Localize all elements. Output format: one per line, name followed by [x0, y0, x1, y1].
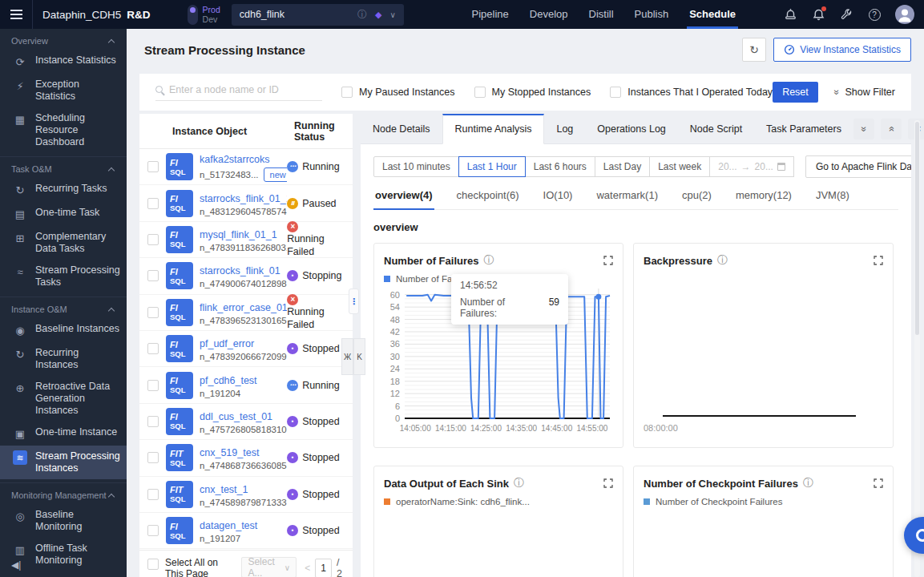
instance-name-link[interactable]: starrocks_flink_01_1	[200, 193, 287, 204]
time-last-1-hour[interactable]: Last 1 Hour	[458, 156, 526, 177]
tab-task-parameters[interactable]: Task Parameters	[754, 114, 853, 143]
batch-action-select[interactable]: Select A... ∨	[241, 557, 297, 577]
collapse-right-handle[interactable]: K	[353, 338, 365, 375]
row-checkbox[interactable]	[147, 270, 159, 281]
sidebar-item-recurring-tasks[interactable]: ↻ Recurring Tasks	[0, 178, 127, 202]
table-row[interactable]: FlSQL pf_udf_error n_478392066672099... …	[139, 331, 353, 367]
metric-tab-overview[interactable]: overview(4)	[373, 189, 434, 209]
nav-publish[interactable]: Publish	[624, 0, 680, 29]
checkbox[interactable]	[610, 87, 621, 98]
row-checkbox[interactable]	[147, 343, 159, 354]
nav-develop[interactable]: Develop	[519, 0, 579, 29]
sidebar-item-instance-statistics[interactable]: ⟳ Instance Statistics	[0, 50, 127, 74]
sidebar-item-one-time-instance[interactable]: ▣ One-time Instance	[0, 422, 127, 446]
instance-name-link[interactable]: pf_udf_error	[200, 338, 254, 349]
filter-my-paused-instances[interactable]: My Paused Instances	[341, 87, 455, 98]
sidebar-collapse-icon[interactable]: ◀|	[11, 559, 21, 571]
collapse-left-handle[interactable]: Ж	[341, 338, 353, 375]
sidebar-item-stream-processing-tasks[interactable]: ≈ Stream Processing Tasks	[0, 260, 127, 293]
instance-name-link[interactable]: ddl_cus_test_01	[200, 411, 272, 422]
instance-name-link[interactable]: starrocks_flink_01	[200, 265, 280, 276]
instance-name-link[interactable]: datagen_test	[200, 520, 257, 531]
search-input[interactable]	[169, 84, 322, 95]
expand-panel-up-button[interactable]: »	[881, 119, 902, 139]
project-selector[interactable]: cdh6_flink ⓘ ◆ ∨	[232, 4, 404, 26]
expand-chart-icon[interactable]	[603, 478, 613, 488]
panel-resize-handle[interactable]: ⋮	[349, 288, 359, 314]
table-row[interactable]: FlSQL datagen_test n_191207 Stopped	[139, 513, 353, 549]
detail-scrollbar[interactable]	[914, 120, 920, 577]
expand-chart-icon[interactable]	[874, 478, 883, 488]
metric-tab-memory[interactable]: memory(12)	[734, 189, 793, 209]
project-info-icon[interactable]: ⓘ	[357, 8, 367, 22]
tab-runtime-analysis[interactable]: Runtime Analysis	[442, 114, 545, 144]
metric-tab-io[interactable]: IO(10)	[542, 189, 575, 209]
row-checkbox[interactable]	[147, 489, 159, 500]
expand-chart-icon[interactable]	[874, 256, 883, 265]
nav-schedule[interactable]: Schedule	[679, 0, 746, 29]
select-all-checkbox[interactable]	[147, 559, 159, 570]
row-checkbox[interactable]	[147, 234, 159, 245]
filter-instances-operated-today[interactable]: Instances That I Operated Today	[610, 87, 773, 98]
row-checkbox[interactable]	[147, 307, 159, 318]
prev-page-icon[interactable]: <	[305, 563, 310, 574]
tab-log[interactable]: Log	[544, 114, 585, 143]
info-icon[interactable]: ⓘ	[514, 476, 524, 490]
metric-tab-cpu[interactable]: cpu(2)	[680, 189, 713, 209]
date-range-picker[interactable]: 20... → 20...	[709, 156, 794, 177]
help-question-icon[interactable]: ?	[867, 7, 882, 22]
metric-tab-checkpoint[interactable]: checkpoint(6)	[455, 189, 521, 209]
project-chevron-down-icon[interactable]: ∨	[389, 10, 395, 19]
sidebar-item-recurring-instances[interactable]: ↻ Recurring Instances	[0, 342, 127, 376]
sidebar-section-header-monitoring[interactable]: Monitoring Management	[0, 483, 127, 504]
row-checkbox[interactable]	[147, 161, 159, 172]
nav-distill[interactable]: Distill	[579, 0, 624, 29]
row-checkbox[interactable]	[147, 452, 159, 463]
metric-tab-jvm[interactable]: JVM(8)	[814, 189, 851, 209]
row-checkbox[interactable]	[147, 416, 159, 427]
current-page-box[interactable]: 1	[315, 559, 332, 577]
refresh-page-button[interactable]: ↻	[742, 38, 766, 62]
info-icon[interactable]: ⓘ	[717, 253, 728, 268]
tab-node-details[interactable]: Node Details	[361, 114, 442, 143]
tab-node-script[interactable]: Node Script	[678, 114, 754, 143]
alarm-siren-icon[interactable]	[783, 7, 797, 22]
sidebar-item-stream-processing-instances[interactable]: ≋ Stream Processing Instances	[0, 446, 127, 479]
instance-name-link[interactable]: cnx_519_test	[200, 447, 259, 458]
checkbox[interactable]	[474, 87, 486, 98]
sidebar-item-scheduling-resource-dashboard[interactable]: ▦ Scheduling Resource Dashboard	[0, 107, 127, 153]
info-icon[interactable]: ⓘ	[483, 253, 494, 268]
row-checkbox[interactable]	[147, 380, 159, 391]
user-avatar[interactable]	[895, 5, 914, 24]
sidebar-item-exception-statistics[interactable]: ⚡ Exception Statistics	[0, 74, 127, 107]
time-last-10-minutes[interactable]: Last 10 minutes	[373, 156, 459, 177]
sidebar-section-header-overview[interactable]: Overview	[0, 29, 127, 50]
checkbox[interactable]	[341, 87, 353, 98]
go-to-flink-dashboard-button[interactable]: Go to Apache Flink Dashboard	[805, 155, 911, 178]
show-filter-toggle[interactable]: » Show Filter	[834, 87, 895, 98]
table-row[interactable]: FlSQL mysql_flink_01_1 n_478391183626803…	[139, 222, 353, 258]
time-last-6-hours[interactable]: Last 6 hours	[525, 156, 595, 177]
expand-chart-icon[interactable]	[603, 256, 613, 265]
sidebar-section-header-task-om[interactable]: Task O&M	[0, 157, 127, 178]
env-toggle[interactable]: Prod Dev	[188, 5, 220, 25]
time-last-day[interactable]: Last Day	[595, 156, 650, 177]
instance-name-link[interactable]: mysql_flink_01_1	[200, 229, 277, 240]
filter-my-stopped-instances[interactable]: My Stopped Instances	[474, 87, 591, 98]
table-row[interactable]: FlTSQL cnx_519_test n_474868736636085...…	[139, 440, 353, 476]
sidebar-item-baseline-monitoring[interactable]: ◎ Baseline Monitoring	[0, 504, 127, 538]
tab-operations-log[interactable]: Operations Log	[585, 114, 677, 143]
sidebar-item-one-time-task[interactable]: ▤ One-time Task	[0, 202, 127, 226]
metric-tab-watermark[interactable]: watermark(1)	[595, 189, 660, 209]
sidebar-section-header-instance-om[interactable]: Instance O&M	[0, 297, 127, 318]
row-checkbox[interactable]	[147, 198, 159, 209]
sidebar-item-baseline-instances[interactable]: ◉ Baseline Instances	[0, 318, 127, 342]
instance-name-link[interactable]: pf_cdh6_test	[200, 375, 257, 386]
nav-pipeline[interactable]: Pipeline	[462, 0, 519, 29]
notifications-bell-icon[interactable]	[811, 7, 825, 22]
tools-wrench-icon[interactable]	[839, 7, 853, 22]
sidebar-item-real-time-task-monitoring[interactable]: ∿ Real-time Task Monitoring	[0, 571, 127, 577]
expand-panel-down-button[interactable]: »	[853, 119, 874, 139]
row-checkbox[interactable]	[147, 525, 159, 536]
reset-button[interactable]: Reset	[773, 82, 818, 103]
